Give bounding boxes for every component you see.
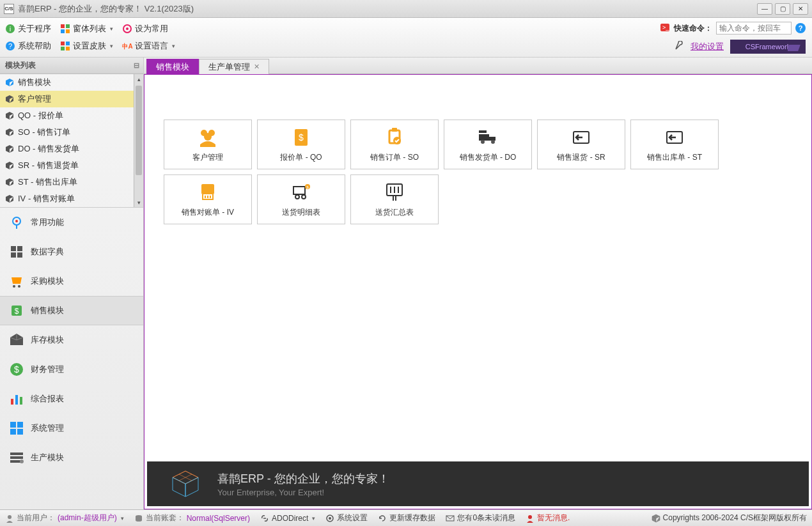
cube-icon	[5, 194, 14, 203]
system-icon	[9, 421, 24, 436]
module-tree: « ▴▾ 销售模块客户管理QO - 报价单SO - 销售订单DO - 销售发货单…	[0, 74, 143, 208]
help-button[interactable]: ? 系统帮助	[5, 40, 51, 52]
tree-scrollbar[interactable]: ▴▾	[134, 74, 143, 207]
nav-module-label: 采购模块	[31, 275, 64, 287]
svg-rect-10	[61, 42, 65, 45]
nav-module-sales[interactable]: $销售模块	[0, 296, 143, 325]
content-body: 客户管理$报价单 - QO销售订单 - SO销售发货单 - DO销售退货 - S…	[144, 74, 812, 509]
svg-rect-47	[392, 128, 397, 132]
nav-module-label: 常用功能	[31, 217, 64, 228]
quick-help-icon[interactable]: ?	[795, 23, 806, 33]
sb-user[interactable]: 当前用户：(admin-超级用户)▾	[5, 513, 124, 523]
nav-module-label: 财务管理	[31, 364, 64, 375]
close-button[interactable]: ✕	[793, 3, 808, 15]
about-button[interactable]: i 关于程序	[5, 23, 51, 35]
nav-module-label: 库存模块	[31, 334, 64, 346]
my-settings-link[interactable]: 我的设置	[691, 41, 724, 52]
svg-rect-11	[66, 42, 70, 45]
nav-module-inventory[interactable]: 库存模块	[0, 325, 143, 355]
tab-label: 生产单管理	[208, 61, 250, 73]
svg-text:$: $	[15, 307, 19, 316]
tab[interactable]: 生产单管理✕	[199, 59, 269, 74]
gear-icon	[325, 514, 334, 523]
set-default-button[interactable]: 设为常用	[122, 23, 168, 35]
main: 模块列表 ⊟ « ▴▾ 销售模块客户管理QO - 报价单SO - 销售订单DO …	[0, 58, 812, 509]
sb-settings[interactable]: 系统设置	[325, 513, 368, 523]
tile-label: 客户管理	[192, 152, 223, 163]
skin-button[interactable]: 设置皮肤▾	[60, 40, 113, 52]
csframework-label: CSFramework	[746, 43, 790, 50]
nav-module-system[interactable]: 系统管理	[0, 414, 143, 443]
cube-icon	[5, 95, 14, 104]
sb-db-value: Normal(SqlServer)	[187, 514, 250, 523]
mail-icon	[446, 514, 455, 523]
svg-point-52	[491, 140, 495, 144]
pin-icon[interactable]: ⊟	[134, 61, 139, 70]
tree-item[interactable]: 客户管理	[0, 91, 143, 107]
set-default-label: 设为常用	[135, 23, 168, 35]
sb-unread[interactable]: 您有0条未读消息	[446, 513, 515, 523]
language-label: 设置语言	[135, 40, 168, 52]
tree-item[interactable]: SO - 销售订单	[0, 124, 143, 141]
svg-rect-31	[15, 395, 18, 405]
tree-item-label: 销售模块	[18, 77, 51, 88]
tree-item[interactable]: IV - 销售对账单▾	[0, 190, 143, 207]
tile-return[interactable]: 销售退货 - SR	[537, 120, 625, 169]
svg-rect-50	[489, 137, 496, 141]
svg-rect-38	[10, 456, 23, 459]
nav-module-cart[interactable]: 采购模块	[0, 267, 143, 296]
minimize-button[interactable]: —	[757, 3, 772, 15]
tree-item[interactable]: SR - 销售退货单	[0, 157, 143, 174]
language-button[interactable]: 中A 设置语言▾	[122, 40, 175, 52]
svg-point-68	[528, 515, 532, 519]
tree-item[interactable]: QO - 报价单	[0, 107, 143, 124]
maximize-button[interactable]: ▢	[775, 3, 790, 15]
sb-refresh[interactable]: 更新缓存数据	[378, 513, 435, 523]
nav-modules: 常用功能数据字典采购模块$销售模块库存模块$财务管理综合报表系统管理生产模块	[0, 208, 143, 509]
tile-truck[interactable]: 销售发货单 - DO	[444, 120, 532, 169]
tab[interactable]: 销售模块	[146, 59, 199, 74]
svg-text:?: ?	[8, 42, 12, 50]
help-label: 系统帮助	[18, 40, 51, 52]
tile-delivery[interactable]: $送货明细表	[257, 174, 345, 224]
svg-rect-56	[201, 184, 214, 194]
production-icon	[9, 450, 24, 465]
about-label: 关于程序	[18, 23, 51, 35]
tile-users[interactable]: 客户管理	[164, 120, 252, 169]
nav-module-dict[interactable]: 数据字典	[0, 237, 143, 267]
tile-quote[interactable]: $报价单 - QO	[257, 120, 345, 169]
close-icon[interactable]: ✕	[254, 63, 260, 71]
svg-rect-34	[17, 422, 23, 428]
tile-label: 送货明细表	[282, 207, 320, 218]
tree-item[interactable]: ST - 销售出库单	[0, 174, 143, 190]
nav-module-finance[interactable]: $财务管理	[0, 355, 143, 384]
tile-order[interactable]: 销售订单 - SO	[350, 120, 439, 169]
cube-icon	[5, 128, 14, 137]
sidebar-title: 模块列表	[5, 60, 36, 71]
tile-outbound[interactable]: 销售出库单 - ST	[630, 120, 719, 169]
sb-ado[interactable]: ADODirect▾	[260, 514, 315, 523]
svg-rect-2	[61, 24, 65, 28]
tree-item[interactable]: 销售模块	[0, 74, 143, 91]
nav-module-report[interactable]: 综合报表	[0, 384, 143, 414]
window-title: 喜鹊ERP - 您的企业，您的专家！ V2.1(2023版)	[18, 3, 757, 15]
nav-module-production[interactable]: 生产模块	[0, 443, 143, 472]
windows-list-button[interactable]: 窗体列表▾	[60, 23, 113, 35]
svg-rect-49	[479, 134, 489, 141]
svg-point-59	[302, 195, 306, 199]
nav-module-label: 系统管理	[31, 422, 64, 434]
tile-invoice[interactable]: 销售对账单 - IV	[164, 174, 252, 224]
svg-rect-20	[11, 246, 16, 251]
tab-label: 销售模块	[156, 61, 189, 73]
tile-summary[interactable]: 送货汇总表	[350, 174, 439, 224]
svg-rect-13	[66, 47, 70, 50]
quick-cmd-input[interactable]	[716, 22, 792, 35]
finance-icon: $	[9, 362, 24, 377]
tree-item[interactable]: DO - 销售发货单	[0, 141, 143, 157]
svg-rect-3	[66, 24, 70, 28]
tree-item-label: SR - 销售退货单	[18, 160, 79, 171]
tiles: 客户管理$报价单 - QO销售订单 - SO销售发货单 - DO销售退货 - S…	[144, 75, 811, 237]
tile-label: 销售对账单 - IV	[182, 207, 234, 218]
nav-module-pin[interactable]: 常用功能	[0, 208, 143, 237]
tabs: 销售模块生产单管理✕	[144, 58, 812, 74]
